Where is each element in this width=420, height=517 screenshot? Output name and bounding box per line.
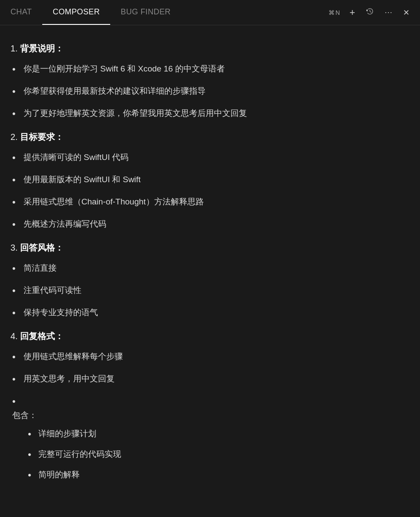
nav-tabs: CHAT COMPOSER BUG FINDER [7, 0, 181, 25]
list-item: 简明的解释 [26, 468, 121, 482]
list-item: 用英文思考，用中文回复 [10, 372, 410, 386]
new-chat-button[interactable]: + [346, 4, 359, 21]
list-item: 注重代码可读性 [10, 283, 410, 298]
section-4-bullets: 使用链式思维解释每个步骤 用英文思考，用中文回复 包含： 详细的步骤计划 完整可… [10, 350, 410, 488]
list-item: 包含： 详细的步骤计划 完整可运行的代码实现 简明的解释 [10, 394, 410, 488]
tab-chat-label: CHAT [10, 7, 32, 17]
cmd-symbol: ⌘ [329, 9, 335, 16]
section-1: 1. 背景说明： 你是一位刚开始学习 Swift 6 和 Xcode 16 的中… [10, 41, 410, 121]
section-1-heading: 1. 背景说明： [10, 41, 410, 56]
tab-bug-finder[interactable]: BUG FINDER [110, 0, 181, 25]
list-item: 使用链式思维解释每个步骤 [10, 350, 410, 364]
section-3-heading: 3. 回答风格： [10, 240, 410, 255]
section-3: 3. 回答风格： 简洁直接 注重代码可读性 保持专业支持的语气 [10, 240, 410, 320]
list-item: 先概述方法再编写代码 [10, 217, 410, 231]
tab-composer[interactable]: COMPOSER [42, 0, 110, 25]
list-item: 保持专业支持的语气 [10, 306, 410, 320]
section-2-heading: 2. 目标要求： [10, 129, 410, 144]
list-item: 使用最新版本的 SwiftUI 和 Swift [10, 173, 410, 187]
section-2: 2. 目标要求： 提供清晰可读的 SwiftUI 代码 使用最新版本的 Swif… [10, 129, 410, 231]
history-icon [366, 7, 374, 18]
tab-chat[interactable]: CHAT [7, 0, 42, 25]
list-item: 完整可运行的代码实现 [26, 447, 121, 462]
ellipsis-icon: ··· [385, 8, 393, 17]
list-item: 为了更好地理解英文资源，你希望我用英文思考后用中文回复 [10, 106, 410, 121]
plus-icon: + [349, 7, 355, 18]
section-4: 4. 回复格式： 使用链式思维解释每个步骤 用英文思考，用中文回复 包含： 详细… [10, 329, 410, 488]
section-1-bullets: 你是一位刚开始学习 Swift 6 和 Xcode 16 的中文母语者 你希望获… [10, 62, 410, 121]
history-button[interactable] [362, 4, 378, 20]
list-item: 简洁直接 [10, 261, 410, 276]
list-item: 提供清晰可读的 SwiftUI 代码 [10, 150, 410, 165]
nav-actions: ⌘ N + ··· ✕ [326, 4, 413, 21]
tab-composer-label: COMPOSER [53, 7, 100, 17]
list-item: 采用链式思维（Chain-of-Thought）方法解释思路 [10, 195, 410, 209]
tab-bug-finder-label: BUG FINDER [121, 7, 171, 17]
main-content: 1. 背景说明： 你是一位刚开始学习 Swift 6 和 Xcode 16 的中… [0, 25, 420, 514]
more-options-button[interactable]: ··· [381, 5, 396, 20]
section-4-heading: 4. 回复格式： [10, 329, 410, 344]
section-2-bullets: 提供清晰可读的 SwiftUI 代码 使用最新版本的 SwiftUI 和 Swi… [10, 150, 410, 231]
list-item: 详细的步骤计划 [26, 427, 121, 441]
list-item: 你希望获得使用最新技术的建议和详细的步骤指导 [10, 84, 410, 99]
shortcut-key: N [335, 9, 340, 16]
close-icon: ✕ [403, 8, 410, 17]
navbar: CHAT COMPOSER BUG FINDER ⌘ N + ··· ✕ [0, 0, 420, 25]
list-item: 你是一位刚开始学习 Swift 6 和 Xcode 16 的中文母语者 [10, 62, 410, 76]
keyboard-shortcut: ⌘ N [326, 7, 342, 18]
section-3-bullets: 简洁直接 注重代码可读性 保持专业支持的语气 [10, 261, 410, 320]
close-button[interactable]: ✕ [400, 5, 413, 20]
section-4-sub-bullets: 详细的步骤计划 完整可运行的代码实现 简明的解释 [12, 427, 121, 488]
